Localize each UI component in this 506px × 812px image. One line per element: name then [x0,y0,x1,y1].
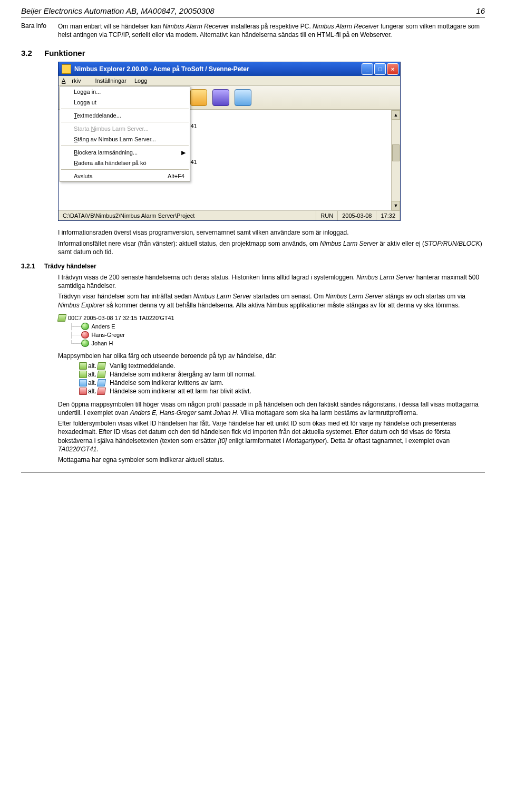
t: är aktiv eller ej ( [378,240,424,247]
status-path: C:\DATA\VB\Nimbus2\Nimbus Alarm Server\P… [59,211,316,220]
t: Johan H [213,409,237,417]
folder-green-icon [79,362,87,370]
legend-block: alt. Vanlig textmeddelande. alt. Händels… [79,362,485,395]
menu-separator [61,169,189,170]
t: samt [196,409,213,417]
t: TA0220'GT41 [58,446,96,453]
menu-item-clear-queue[interactable]: Radera alla händelser på kö [60,158,190,168]
folder-red-icon [79,388,87,395]
tree-row: ├──Hans-Greger [58,331,211,339]
menu-separator [61,109,189,109]
mappsymbol-p: Mappsymbolen har olika färg och utseende… [58,352,485,360]
arkiv-dropdown: Logga in... Logga ut Textmeddelande... S… [60,86,190,182]
t: Nimbus Larm Server [320,240,378,247]
para-last: Mottagarna har egna symboler som indiker… [58,456,485,464]
t: alt. [88,371,96,378]
section-3-2-1: 3.2.1Trädvy händelser [21,263,485,270]
close-button[interactable]: × [387,63,398,75]
minimize-button[interactable]: _ [362,63,373,75]
shortcut: Alt+F4 [168,173,184,179]
t: Nimbus Alarm Receiver [163,23,229,30]
menu-item-block[interactable]: Blockera larmsändning...▶ [60,147,190,158]
folder-green-open-icon [97,362,106,370]
menu-item-exit[interactable]: AvslutaAlt+F4 [60,171,190,181]
t: installeras på respektive PC. [229,23,313,30]
statusbar: C:\DATA\VB\Nimbus2\Nimbus Alarm Server\P… [59,210,400,220]
event-folder-icon [57,314,66,322]
t: 00C7 2005-03-08 17:32:15 TA0220'GT41 [68,315,174,321]
scroll-thumb[interactable] [392,144,400,161]
menu-arkiv[interactable]: Arkiv [62,78,87,84]
section-title: Funktioner [44,49,85,57]
scroll-up-icon[interactable]: ▲ [392,110,400,120]
section-3-2: 3.2Funktioner [21,49,485,57]
t: så kommer denna vy att behålla händelser… [105,302,460,309]
t: Om man enbart vill se händelser kan [58,23,163,30]
status-ok-icon [81,340,89,347]
toolbar-icon-2[interactable] [212,89,229,106]
p321-1: I trädvyn visas de 200 senaste händelser… [58,273,485,290]
submenu-arrow-icon: ▶ [181,149,186,156]
p321-2: Trädvyn visar händelser som har inträffa… [58,292,485,309]
toolbar-icon-3[interactable] [235,89,251,106]
scroll-track[interactable] [392,120,400,201]
maximize-button[interactable]: □ [374,63,386,75]
menu-separator [61,146,189,146]
t: ). Detta är oftast tagnamnet, i exemplet… [325,437,450,444]
after-window-p2: Informationsfältet nere visar (från väns… [58,239,485,256]
menubar: Arkiv Inställningar Logg [59,76,400,86]
legend-text: Händelse som indikerar att ett larm har … [110,388,251,395]
t: Informationsfältet nere visar (från väns… [58,240,320,247]
status-state: RUN [316,211,338,220]
t: Nimbus Larm Server [356,274,414,281]
tree-row: └──Johan H [58,339,211,347]
t: Hans-Greger [91,332,125,338]
t: Nimbus Larm Server [193,293,251,300]
tree-line-icon: └── [70,340,80,346]
legend-text: Händelse som indikerar återgång av larm … [110,371,256,378]
menu-item-login[interactable]: Logga in... [60,86,190,97]
section-number: 3.2 [21,49,44,57]
doc-page-number: 16 [476,6,485,15]
window-title: Nimbus Explorer 2.00.00 - Acme på TroSof… [74,65,362,73]
menu-logg[interactable]: Logg [134,78,147,84]
nimbus-explorer-window: Nimbus Explorer 2.00.00 - Acme på TroSof… [58,62,401,221]
doc-header-title: Beijer Electronics Automation AB, MA0084… [21,6,215,15]
tree-row: 00C7 2005-03-08 17:32:15 TA0220'GT41 [58,314,211,322]
intro-paragraph: Om man enbart vill se händelser kan Nimb… [58,22,485,39]
vscrollbar[interactable]: ▲ ▼ [391,110,400,210]
status-fail-icon [81,331,89,339]
menu-installningar[interactable]: Inställningar [95,78,126,84]
header-rule [21,17,485,18]
folder-red-open-icon [97,388,106,395]
status-ok-icon [81,323,89,330]
t: Mottagartyper [286,437,325,444]
status-date: 2005-03-08 [338,211,376,220]
t: rkiv [72,78,81,84]
folder-blue-open-icon [97,379,106,386]
menu-item-stop-server[interactable]: Stäng av Nimbus Larm Server... [60,134,190,144]
t: Trädvyn visar händelser som har inträffa… [58,293,193,300]
tree-line-icon: ├── [70,323,80,330]
mini-tree: 00C7 2005-03-08 17:32:15 TA0220'GT41 ├──… [58,314,211,347]
legend-row: alt. Vanlig textmeddelande. [79,362,485,370]
t: Johan H [91,340,113,346]
folder-blue-icon [79,379,87,386]
menu-item-textmsg[interactable]: Textmeddelande... [60,110,190,121]
scroll-down-icon[interactable]: ▼ [392,201,400,210]
t: Anders E [91,323,115,330]
legend-text: Händelse som indikerar kvittens av larm. [110,379,223,386]
para-open-folder: Den öppna mappsymbolen till höger visas … [58,400,485,417]
t: alt. [88,388,96,395]
t: alt. [88,379,96,386]
menu-item-logout[interactable]: Logga ut [60,97,190,108]
folder-green-icon [79,371,87,378]
para-id: Efter foldersymbolen visas vilket ID hän… [58,419,485,453]
t: enligt larmformatet i [227,437,286,444]
footer-rule [21,472,485,473]
toolbar-icon-1[interactable] [190,89,207,106]
tree-row: ├──Anders E [58,322,211,331]
titlebar[interactable]: Nimbus Explorer 2.00.00 - Acme på TroSof… [59,62,400,76]
t: alt. [88,362,96,370]
margin-label: Bara info [21,22,58,30]
